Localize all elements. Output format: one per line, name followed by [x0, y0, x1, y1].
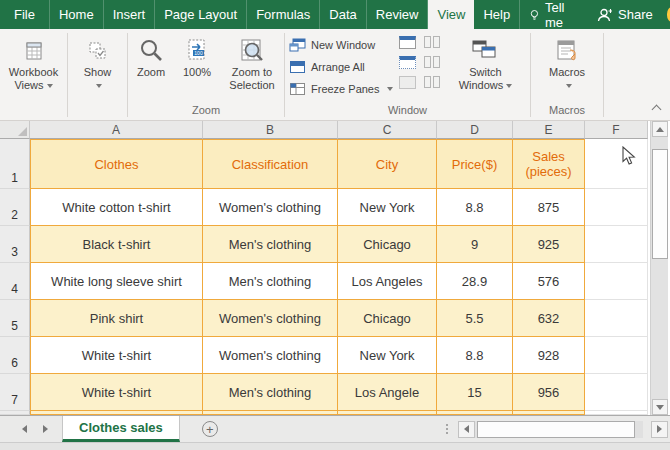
cell-C3[interactable]: Chicago — [338, 226, 437, 263]
macros-group: Macros Macros — [531, 29, 603, 120]
cell-F7[interactable] — [585, 374, 648, 411]
cell-A3[interactable]: Black t-shirt — [30, 226, 203, 263]
zoom-to-selection-button[interactable]: Zoom to Selection — [221, 29, 283, 103]
cell-C5[interactable]: Chicago — [338, 300, 437, 337]
collapse-ribbon-icon[interactable] — [653, 104, 661, 112]
cell-B6[interactable]: Women's clothing — [203, 337, 338, 374]
cell-B3[interactable]: Men's clothing — [203, 226, 338, 263]
cell-C4[interactable]: Los Angeles — [338, 263, 437, 300]
ribbon-tab-home[interactable]: Home — [50, 0, 104, 29]
cell-C7[interactable]: Los Angele — [338, 374, 437, 411]
horizontal-scrollbar-thumb[interactable] — [477, 421, 635, 438]
ribbon-tab-data[interactable]: Data — [320, 0, 366, 29]
cell-E3[interactable]: 925 — [513, 226, 585, 263]
cell-C1[interactable]: City — [338, 139, 437, 189]
scroll-down-button[interactable] — [652, 399, 668, 415]
cell-D4[interactable]: 28.9 — [437, 263, 513, 300]
split-button[interactable] — [399, 36, 416, 49]
scroll-left-button[interactable] — [458, 421, 475, 438]
row-header-2[interactable]: 2 — [0, 189, 30, 226]
previous-sheet-button[interactable] — [22, 425, 27, 433]
ribbon-tab-page-layout[interactable]: Page Layout — [155, 0, 247, 29]
zoom-100-button[interactable]: 100 100% — [175, 29, 219, 103]
column-header-E[interactable]: E — [513, 121, 585, 139]
cell-C2[interactable]: New York — [338, 189, 437, 226]
cell-A1[interactable]: Clothes — [30, 139, 203, 189]
ribbon-tab-file[interactable]: File — [0, 0, 50, 29]
hide-button[interactable] — [399, 56, 416, 69]
arrange-all-button[interactable]: Arrange All — [285, 56, 393, 78]
cell-A5[interactable]: Pink shirt — [30, 300, 203, 337]
sheet-rows: 1ClothesClassificationCityPrice($)Sales … — [0, 139, 670, 415]
switch-windows-button[interactable]: Switch Windows — [451, 29, 519, 103]
cell-F6[interactable] — [585, 337, 648, 374]
column-header-B[interactable]: B — [203, 121, 338, 139]
cell-A7[interactable]: White t-shirt — [30, 374, 203, 411]
column-header-C[interactable]: C — [338, 121, 437, 139]
column-header-D[interactable]: D — [437, 121, 513, 139]
cell-F3[interactable] — [585, 226, 648, 263]
cell-A6[interactable]: White t-shirt — [30, 337, 203, 374]
cell-E7[interactable]: 956 — [513, 374, 585, 411]
column-header-A[interactable]: A — [30, 121, 203, 139]
next-sheet-button[interactable] — [43, 425, 48, 433]
share-button[interactable]: Share — [587, 0, 663, 29]
workbook-views-button[interactable]: Workbook Views — [2, 29, 66, 103]
macros-button[interactable]: Macros — [539, 29, 595, 103]
horizontal-scrollbar-track[interactable] — [475, 421, 643, 438]
cell-B4[interactable]: Men's clothing — [203, 263, 338, 300]
new-sheet-button[interactable]: + — [202, 416, 218, 442]
cell-C6[interactable]: New York — [338, 337, 437, 374]
sheet-tab-clothes-sales[interactable]: Clothes sales — [62, 416, 180, 442]
cell-D7[interactable]: 15 — [437, 374, 513, 411]
cell-D1[interactable]: Price($) — [437, 139, 513, 189]
cell-D6[interactable]: 8.8 — [437, 337, 513, 374]
sheet-row-7: 7White t-shirtMen's clothingLos Angele15… — [0, 374, 670, 411]
zoom-button[interactable]: Zoom — [129, 29, 173, 103]
row-header-4[interactable]: 4 — [0, 263, 30, 300]
cell-E4[interactable]: 576 — [513, 263, 585, 300]
row-header-7[interactable]: 7 — [0, 374, 30, 411]
select-all-corner[interactable] — [0, 121, 30, 139]
new-window-button[interactable]: New Window — [285, 34, 393, 56]
row-header-1[interactable]: 1 — [0, 139, 30, 189]
cell-D2[interactable]: 8.8 — [437, 189, 513, 226]
tab-scroll-splitter-handle[interactable] — [446, 416, 458, 442]
cell-E2[interactable]: 875 — [513, 189, 585, 226]
cell-B5[interactable]: Women's clothing — [203, 300, 338, 337]
ribbon-tab-review[interactable]: Review — [367, 0, 429, 29]
tell-me-button[interactable]: Tell me — [520, 0, 583, 29]
ribbon-tab-view[interactable]: View — [428, 0, 474, 29]
ribbon-tab-insert[interactable]: Insert — [104, 0, 156, 29]
row-header-5[interactable]: 5 — [0, 300, 30, 337]
cell-F2[interactable] — [585, 189, 648, 226]
cell-B7[interactable]: Men's clothing — [203, 374, 338, 411]
row-header-3[interactable]: 3 — [0, 226, 30, 263]
column-header-F[interactable]: F — [585, 121, 648, 139]
cell-B1[interactable]: Classification — [203, 139, 338, 189]
cell-E5[interactable]: 632 — [513, 300, 585, 337]
cell-D3[interactable]: 9 — [437, 226, 513, 263]
switch-windows-label: Switch Windows — [459, 66, 504, 91]
cell-A4[interactable]: White long sleeve shirt — [30, 263, 203, 300]
cell-A2[interactable]: White cotton t-shirt — [30, 189, 203, 226]
vertical-scrollbar-thumb[interactable] — [652, 149, 668, 259]
scroll-right-button[interactable] — [651, 421, 668, 438]
cell-F5[interactable] — [585, 300, 648, 337]
cell-E6[interactable]: 928 — [513, 337, 585, 374]
cell-F1[interactable] — [585, 139, 648, 189]
horizontal-scrollbar[interactable] — [458, 416, 668, 442]
cell-E1[interactable]: Sales (pieces) — [513, 139, 585, 189]
cell-B2[interactable]: Women's clothing — [203, 189, 338, 226]
row-header-6[interactable]: 6 — [0, 337, 30, 374]
cell-F4[interactable] — [585, 263, 648, 300]
scroll-up-button[interactable] — [652, 121, 668, 137]
freeze-panes-button[interactable]: Freeze Panes — [285, 78, 393, 100]
show-button[interactable]: Show — [72, 29, 124, 103]
ribbon-tab-strip-items: FileHomeInsertPage LayoutFormulasDataRev… — [0, 0, 520, 29]
view-side-by-side-button[interactable] — [424, 36, 441, 49]
ribbon-tab-help[interactable]: Help — [474, 0, 520, 29]
ribbon-tab-formulas[interactable]: Formulas — [247, 0, 320, 29]
cell-D5[interactable]: 5.5 — [437, 300, 513, 337]
vertical-scrollbar[interactable] — [650, 121, 668, 415]
